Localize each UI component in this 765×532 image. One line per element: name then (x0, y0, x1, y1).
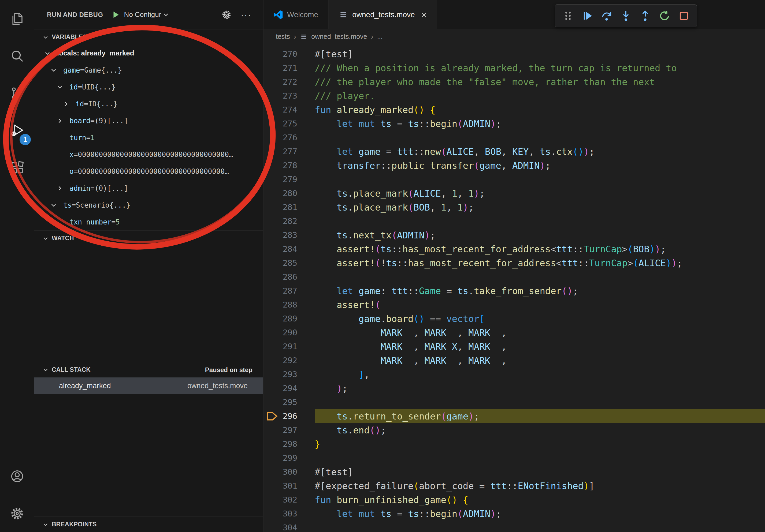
gutter[interactable]: 294 (264, 382, 315, 396)
activity-accounts[interactable] (0, 457, 34, 495)
breadcrumb-item-[interactable]: ... (377, 33, 383, 40)
gutter[interactable]: 273 (264, 89, 315, 103)
variable-row[interactable]: x = 000000000000000000000000000000000000… (34, 146, 263, 163)
start-debugging-button[interactable] (111, 10, 120, 19)
activity-run-and-debug[interactable]: 1 (0, 112, 34, 149)
code-text[interactable]: MARK__, MARK__, MARK__, (315, 354, 765, 368)
gutter[interactable]: 278 (264, 158, 315, 172)
gutter[interactable]: 283 (264, 228, 315, 242)
code-text[interactable]: fun already_marked() { (315, 103, 765, 117)
code-text[interactable]: #[expected_failure(abort_code = ttt::ENo… (315, 479, 765, 493)
gutter[interactable]: 295 (264, 396, 315, 409)
code-text[interactable]: let game: ttt::Game = ts.take_from_sende… (315, 284, 765, 298)
gutter[interactable]: 281 (264, 200, 315, 214)
tab-owned-tests-move[interactable]: owned_tests.move× (329, 0, 437, 29)
gutter[interactable]: 304 (264, 521, 315, 532)
step-over-button[interactable] (599, 8, 614, 23)
code-text[interactable]: fun burn_unfinished_game() { (315, 493, 765, 507)
debug-settings-gear-icon[interactable] (222, 10, 232, 20)
gutter[interactable]: 270 (264, 47, 315, 61)
activity-source-control[interactable] (0, 75, 34, 112)
variable-row[interactable]: board = (9)[...] (34, 112, 263, 129)
code-text[interactable]: let mut ts = ts::begin(ADMIN); (315, 117, 765, 131)
gutter[interactable]: 275 (264, 117, 315, 131)
activity-settings[interactable] (0, 495, 34, 532)
gutter[interactable]: 303 (264, 507, 315, 521)
more-actions-icon[interactable]: ··· (241, 12, 252, 17)
code-text[interactable] (315, 451, 765, 465)
breakpoints-section-header[interactable]: BREAKPOINTS (34, 516, 263, 532)
code-text[interactable]: MARK__, MARK__, MARK__, (315, 326, 765, 340)
gutter[interactable]: 276 (264, 131, 315, 145)
code-text[interactable]: assert!(!ts::has_most_recent_for_address… (315, 256, 765, 270)
restart-button[interactable] (657, 8, 672, 23)
code-text[interactable]: ts.place_mark(BOB, 1, 1); (315, 200, 765, 214)
code-text[interactable] (315, 396, 765, 409)
gutter[interactable]: 284 (264, 242, 315, 256)
step-into-button[interactable] (618, 8, 633, 23)
step-out-button[interactable] (638, 8, 653, 23)
gutter[interactable]: 286 (264, 270, 315, 284)
code-text[interactable]: } (315, 437, 765, 451)
gutter[interactable]: 280 (264, 186, 315, 200)
breadcrumb-item-owned-tests-move[interactable]: owned_tests.move (311, 33, 367, 40)
drag-handle-button[interactable] (560, 8, 575, 23)
gutter[interactable]: 271 (264, 61, 315, 75)
gutter[interactable]: 287 (264, 284, 315, 298)
variables-section-header[interactable]: VARIABLES (34, 29, 263, 45)
code-text[interactable]: let mut ts = ts::begin(ADMIN); (315, 507, 765, 521)
code-text[interactable]: ts.return_to_sender(game); (315, 409, 765, 423)
gutter[interactable]: 296 (264, 409, 315, 423)
variable-row[interactable]: locals: already_marked (34, 45, 263, 62)
gutter[interactable]: 290 (264, 326, 315, 340)
gutter[interactable]: 274 (264, 103, 315, 117)
gutter[interactable]: 285 (264, 256, 315, 270)
stop-button[interactable] (676, 8, 691, 23)
code-text[interactable]: transfer::public_transfer(game, ADMIN); (315, 158, 765, 172)
gutter[interactable]: 292 (264, 354, 315, 368)
variable-row[interactable]: id = ID{...} (34, 95, 263, 112)
variable-row[interactable]: admin = (0)[...] (34, 180, 263, 197)
activity-search[interactable] (0, 37, 34, 75)
gutter[interactable]: 301 (264, 479, 315, 493)
watch-section-header[interactable]: WATCH (34, 230, 263, 246)
code-text[interactable]: assert!( (315, 298, 765, 312)
debug-config-dropdown[interactable]: No Configur (124, 10, 170, 19)
variable-row[interactable]: id = UID{...} (34, 79, 263, 95)
breadcrumb-item-tests[interactable]: tests (276, 33, 290, 40)
gutter[interactable]: 299 (264, 451, 315, 465)
close-tab-icon[interactable]: × (421, 10, 427, 19)
code-text[interactable]: assert!(ts::has_most_recent_for_address<… (315, 242, 765, 256)
gutter[interactable]: 297 (264, 423, 315, 437)
code-text[interactable]: #[test] (315, 47, 765, 61)
code-text[interactable] (315, 214, 765, 228)
variable-row[interactable]: turn = 1 (34, 129, 263, 146)
gutter[interactable]: 298 (264, 437, 315, 451)
variable-row[interactable]: o = 00000000000000000000000000000000000… (34, 163, 263, 180)
gutter[interactable]: 272 (264, 75, 315, 89)
gutter[interactable]: 293 (264, 368, 315, 382)
code-text[interactable]: ts.next_tx(ADMIN); (315, 228, 765, 242)
variable-row[interactable]: txn_number = 5 (34, 213, 263, 230)
code-text[interactable]: MARK__, MARK_X, MARK__, (315, 340, 765, 354)
code-text[interactable]: let game = ttt::new(ALICE, BOB, KEY, ts.… (315, 145, 765, 158)
variable-row[interactable]: game = Game{...} (34, 62, 263, 79)
gutter[interactable]: 279 (264, 172, 315, 186)
code-text[interactable]: game.board() == vector[ (315, 312, 765, 326)
gutter[interactable]: 291 (264, 340, 315, 354)
activity-extensions[interactable] (0, 149, 34, 186)
gutter[interactable]: 277 (264, 145, 315, 158)
code-text[interactable]: ts.place_mark(ALICE, 1, 1); (315, 186, 765, 200)
activity-explorer[interactable] (0, 0, 34, 37)
call-stack-section-header[interactable]: CALL STACK Paused on step (34, 362, 263, 378)
gutter[interactable]: 289 (264, 312, 315, 326)
code-text[interactable] (315, 131, 765, 145)
code-text[interactable]: #[test] (315, 465, 765, 479)
gutter[interactable]: 300 (264, 465, 315, 479)
gutter[interactable]: 282 (264, 214, 315, 228)
gutter[interactable]: 288 (264, 298, 315, 312)
code-text[interactable]: /// player. (315, 89, 765, 103)
continue-button[interactable] (580, 8, 595, 23)
call-stack-frame[interactable]: already_markedowned_tests.move (34, 378, 263, 394)
code-text[interactable]: /// When a position is already marked, t… (315, 61, 765, 75)
